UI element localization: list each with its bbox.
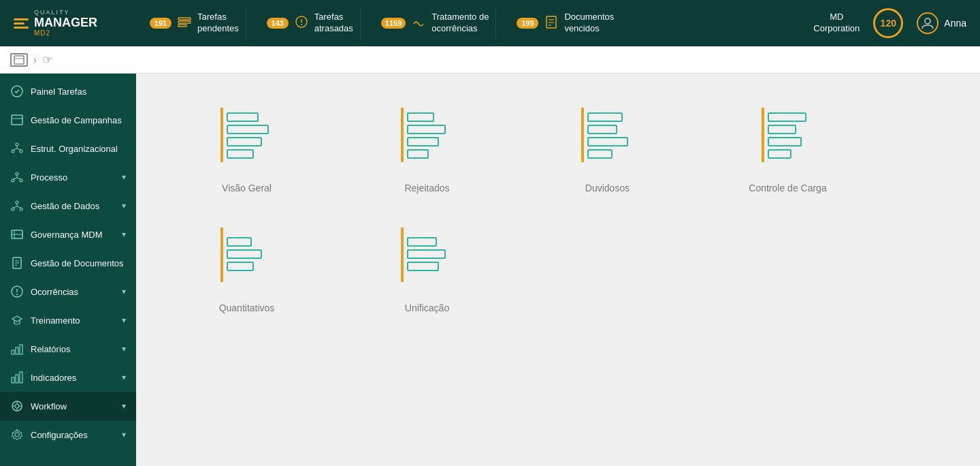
configuracoes-arrow: ▾ <box>122 430 126 439</box>
card-icon-unificacao <box>390 221 465 289</box>
governanca-mdm-label: Governança MDM <box>31 230 115 240</box>
sidebar-item-relatorios[interactable]: Relatórios ▾ <box>0 335 136 363</box>
card-icon-visao-geral <box>210 101 284 169</box>
gestao-documentos-icon <box>10 256 24 270</box>
sidebar-item-gestao-campanhas[interactable]: Gestão de Campanhas <box>0 106 136 134</box>
svg-line-26 <box>13 178 17 179</box>
svg-rect-82 <box>408 238 436 246</box>
card-unificacao[interactable]: Unificação <box>357 221 497 313</box>
svg-rect-48 <box>16 375 18 383</box>
card-label-controle-carga: Controle de Carga <box>749 183 826 193</box>
card-controle-carga[interactable]: Controle de Carga <box>718 101 858 193</box>
sidebar-item-ocorrencias[interactable]: Ocorrências ▾ <box>0 277 136 306</box>
treinamento-label: Treinamento <box>31 315 115 326</box>
svg-rect-64 <box>408 125 445 134</box>
gestao-campanhas-icon <box>10 113 24 127</box>
svg-rect-78 <box>227 238 251 246</box>
svg-point-22 <box>16 172 18 175</box>
logo-md2: MD2 <box>34 29 97 37</box>
sidebar-item-estrut-organizacional[interactable]: Estrut. Organizacional <box>0 134 136 163</box>
relatorios-arrow: ▾ <box>122 344 126 354</box>
card-label-unificacao: Unificação <box>405 302 449 313</box>
svg-rect-66 <box>408 150 428 158</box>
svg-line-21 <box>17 149 21 150</box>
card-icon-controle-carga <box>751 101 826 169</box>
user-area[interactable]: Anna <box>917 12 966 34</box>
indicadores-icon <box>10 371 24 384</box>
svg-rect-84 <box>408 262 438 270</box>
card-label-quantitativos: Quantitativos <box>219 302 275 313</box>
relatorios-icon <box>10 342 24 356</box>
painel-tarefas-label: Painel Tarefas <box>31 87 126 97</box>
processo-arrow: ▾ <box>122 172 126 182</box>
indicadores-label: Indicadores <box>31 373 115 383</box>
breadcrumb-home-icon[interactable] <box>10 53 28 67</box>
sidebar-item-gestao-documentos[interactable]: Gestão de Documentos <box>0 249 136 277</box>
gestao-dados-icon <box>10 199 24 213</box>
icon-quantitativos <box>216 228 278 282</box>
sidebar-item-processo[interactable]: Processo ▾ <box>0 163 136 191</box>
gestao-documentos-label: Gestão de Documentos <box>31 258 126 268</box>
logo-manager: MANAGER <box>34 16 97 30</box>
nav-tarefas-atrasadas[interactable]: 143 Tarefasatrasadas <box>260 7 361 39</box>
svg-rect-65 <box>408 138 438 146</box>
svg-point-51 <box>15 404 19 408</box>
svg-rect-11 <box>14 56 24 64</box>
sidebar: Painel Tarefas Gestão de Campanhas Estru… <box>0 74 136 466</box>
painel-tarefas-icon <box>10 84 24 98</box>
svg-rect-80 <box>227 262 253 270</box>
user-name: Anna <box>944 18 966 29</box>
svg-rect-79 <box>227 250 261 258</box>
ocorrencias-icon <box>10 285 24 298</box>
sidebar-item-workflow[interactable]: Workflow ▾ <box>0 392 136 420</box>
svg-point-29 <box>12 208 14 211</box>
estrut-organizacional-label: Estrut. Organizacional <box>31 144 126 154</box>
svg-rect-63 <box>408 113 434 121</box>
circle-count: 120 <box>881 18 896 29</box>
svg-rect-69 <box>588 125 617 134</box>
gestao-dados-arrow: ▾ <box>122 201 126 211</box>
icon-unificacao <box>397 228 458 282</box>
icon-rejeitados <box>397 108 458 162</box>
sidebar-item-painel-tarefas[interactable]: Painel Tarefas <box>0 77 136 106</box>
configuracoes-icon <box>10 428 24 441</box>
svg-rect-70 <box>588 138 627 146</box>
sidebar-item-indicadores[interactable]: Indicadores ▾ <box>0 363 136 392</box>
svg-line-33 <box>17 206 21 208</box>
icon-tarefas-atrasadas <box>294 14 309 33</box>
svg-rect-0 <box>178 18 191 20</box>
treinamento-arrow: ▾ <box>122 315 126 325</box>
sidebar-item-treinamento[interactable]: Treinamento ▾ <box>0 306 136 335</box>
svg-rect-76 <box>768 150 791 158</box>
logo-text: QUALITY MANAGER MD2 <box>34 10 97 37</box>
nav-tarefas-pendentes[interactable]: 191 Tarefaspendentes <box>143 7 246 39</box>
svg-point-5 <box>301 24 302 25</box>
label-tratamento: Tratamento deocorrências <box>431 12 489 35</box>
workflow-icon <box>10 399 24 413</box>
svg-point-18 <box>20 150 22 153</box>
svg-line-32 <box>13 206 17 208</box>
nav-tratamento-ocorrencias[interactable]: 1159 Tratamento deocorrências <box>374 7 497 39</box>
governanca-mdm-arrow: ▾ <box>122 230 126 239</box>
svg-line-20 <box>13 149 17 150</box>
card-duvidosos[interactable]: Duvidosos <box>538 101 677 193</box>
nav-documentos-vencidos[interactable]: 199 Documentosvencidos <box>510 7 621 39</box>
header-right: MDCorporation 120 Anna <box>813 8 966 38</box>
sidebar-item-gestao-dados[interactable]: Gestão de Dados ▾ <box>0 191 136 220</box>
sidebar-item-governanca-mdm[interactable]: Governança MDM ▾ <box>0 220 136 249</box>
notification-circle[interactable]: 120 <box>873 8 903 38</box>
sidebar-item-configuracoes[interactable]: Configurações ▾ <box>0 420 136 449</box>
card-icon-quantitativos <box>210 221 284 289</box>
card-quantitativos[interactable]: Quantitativos <box>177 221 316 313</box>
label-tarefas-pendentes: Tarefaspendentes <box>197 12 239 35</box>
svg-rect-68 <box>588 113 622 121</box>
card-label-visao-geral: Visão Geral <box>222 183 272 193</box>
card-rejeitados[interactable]: Rejeitados <box>357 101 497 193</box>
card-visao-geral[interactable]: Visão Geral <box>177 101 316 193</box>
processo-label: Processo <box>31 172 115 183</box>
svg-rect-75 <box>768 138 801 146</box>
header: QUALITY MANAGER MD2 191 Tarefaspendentes… <box>0 0 980 46</box>
svg-rect-59 <box>227 125 268 134</box>
icon-tarefas-pendentes <box>177 14 192 33</box>
card-icon-duvidosos <box>570 101 645 169</box>
